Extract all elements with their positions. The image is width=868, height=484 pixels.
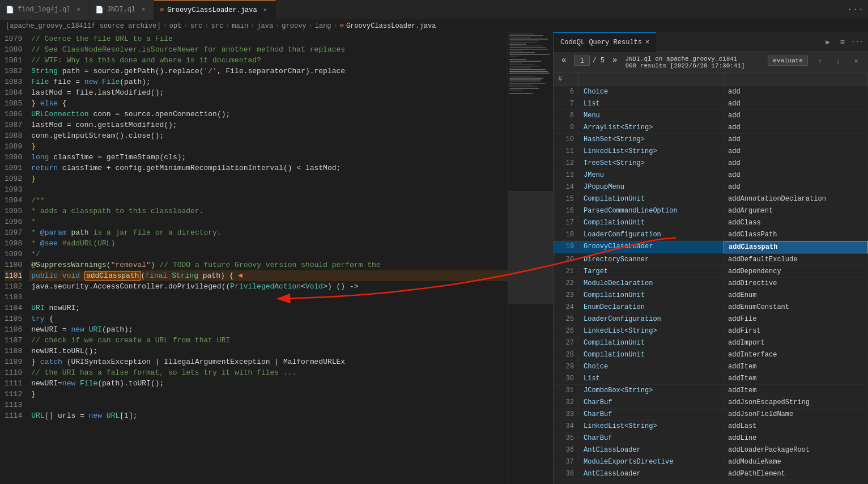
result-row[interactable]: 16ParsedCommandLineOptionaddArgument [554,205,868,217]
code-line-1103 [29,292,508,303]
code-line-1098: * @see #addURL(URL) [29,238,508,249]
tab-bar: 📄 find_log4j.ql × 📄 JNDI.ql × ⊘ GroovyCl… [0,0,868,20]
result-row[interactable]: 31JComboBox<String>addItem [554,385,868,397]
result-row[interactable]: 35CharBufaddLine [554,432,868,444]
result-row[interactable]: 15CompilationUnitaddAnnotationDeclaratio… [554,193,868,205]
result-row[interactable]: 32CharBufaddJsonEscapedString [554,397,868,409]
result-row[interactable]: 24EnumDeclarationaddEnumConstant [554,302,868,313]
tab-label: GroovyClassLoader.java [167,6,257,14]
result-row[interactable]: 37ModuleExportsDirectiveaddModuleName [554,456,868,468]
tab-jndi[interactable]: 📄 JNDI.ql × [90,0,154,20]
query-info-bar: « / 5 » JNDI.ql on apache_groovy_c1841 9… [554,52,868,73]
result-row[interactable]: 38AntClassLoaderaddPathElement [554,468,868,480]
next-page-button[interactable]: » [610,56,619,65]
code-line-1110: // the URI has a false format, so lets t… [29,367,508,378]
result-row[interactable]: 30ListaddItem [554,373,868,385]
code-line-1090: long classTime = getTimeStamp(cls); [29,152,508,163]
code-editor[interactable]: 10791080108110821083 1084108510861087108… [0,32,553,484]
result-row[interactable]: 29ChoiceaddItem [554,361,868,373]
code-line-1109: } catch (URISyntaxException | IllegalArg… [29,356,508,367]
right-panel: CodeQL Query Results × ▶ ⊞ ··· « / 5 » J… [553,32,868,484]
code-line-1105: try { [29,313,508,324]
page-input[interactable] [574,56,590,66]
code-line-1091: return classTime + config.getMinimumReco… [29,163,508,173]
tab-label: CodeQL Query Results [560,39,642,46]
tab-codeql-results[interactable]: CodeQL Query Results × [554,32,656,52]
more-icon[interactable]: ··· [851,36,863,48]
code-line-1086: URLConnection conn = source.openConnecti… [29,109,508,120]
tab-groovy[interactable]: ⊘ GroovyClassLoader.java × [154,0,276,20]
result-row[interactable]: 8Menuadd [554,110,868,122]
result-row[interactable]: 26LinkedList<String>addFirst [554,325,868,337]
code-line-1111: newURI=new File(path).toURI(); [29,378,508,389]
arrow-up-icon[interactable]: ↑ [814,56,826,68]
minimap[interactable] [508,32,553,484]
result-row[interactable]: 22ModuleDeclarationaddDirective [554,278,868,290]
col-num-header: # [554,73,579,86]
result-row[interactable]: 13JMenuadd [554,169,868,181]
code-line-1085: } else { [29,98,508,109]
result-row[interactable]: 14JPopupMenuadd [554,181,868,193]
right-tab-bar: CodeQL Query Results × ▶ ⊞ ··· [554,32,868,52]
code-line-1081: // WTF: Why is this done and where is it… [29,55,508,66]
result-row[interactable]: 23CompilationUnitaddEnum [554,290,868,302]
result-row[interactable]: 12TreeSet<String>add [554,158,868,169]
tab-close-find-log4j[interactable]: × [74,5,83,14]
result-row[interactable]: 33CharBufaddJsonFieldName [554,409,868,421]
code-line-1094: /** [29,195,508,206]
result-row[interactable]: 34LinkedList<String>addLast [554,421,868,432]
tab-close-groovy[interactable]: × [261,6,270,15]
right-tab-actions: ▶ ⊞ ··· [822,36,868,48]
file-icon: 📄 [6,6,14,14]
minimap-viewport[interactable] [508,191,553,304]
tab-close-jndi[interactable]: × [139,5,148,14]
result-row[interactable]: 7Listadd [554,98,868,110]
result-row[interactable]: 21TargetaddDependency [554,266,868,278]
results-table[interactable]: # 6Choiceadd7Listadd8Menuadd9ArrayList<S… [554,73,868,484]
code-line-1080: // See ClassNodeResolver.isSourceNewer f… [29,44,508,55]
split-icon[interactable]: ⊞ [836,36,849,48]
query-detail: JNDI.ql on apache_groovy_c1841 908 resul… [625,56,762,69]
tab-label: find_log4j.ql [18,6,71,14]
first-page-button[interactable]: « [559,56,568,65]
file-icon: 📄 [95,6,104,14]
code-line-1104: URI newURI; [29,303,508,313]
code-line-1089: } [29,141,508,152]
code-line-1102: java.security.AccessController.doPrivile… [29,281,508,292]
result-row[interactable]: 17CompilationUnitaddClass [554,217,868,229]
code-line-1092: } [29,173,508,184]
tab-label: JNDI.ql [107,6,135,14]
code-line-1100: @SuppressWarnings("removal") // TODO a f… [29,260,508,270]
code-line-1096: * [29,216,508,227]
result-row[interactable]: 20DirectoryScanneraddDefaultExclude [554,254,868,266]
result-row[interactable]: 18LoaderConfigurationaddClassPath [554,229,868,241]
close-query-icon[interactable]: × [850,56,862,68]
result-row[interactable]: 28CompilationUnitaddInterface [554,349,868,361]
result-row[interactable]: 9ArrayList<String>add [554,122,868,134]
code-line-1097: * @param path is a jar file or a directo… [29,227,508,238]
run-icon[interactable]: ▶ [822,36,834,48]
close-right-panel[interactable]: × [645,39,649,46]
breadcrumb: [apache_groovy_c18411f source archive] ›… [0,20,868,32]
code-line-1101: public void addClasspath(final String pa… [29,270,508,281]
code-line-1079: // Coerce the file URL to a File [29,33,508,44]
result-row[interactable]: 19GroovyClassLoaderaddClasspath [554,241,868,254]
result-row[interactable]: 27CompilationUnitaddImport [554,337,868,349]
code-content[interactable]: // Coerce the file URL to a File // See … [29,32,508,484]
tab-find-log4j[interactable]: 📄 find_log4j.ql × [0,0,90,20]
code-line-1099: */ [29,249,508,260]
result-row[interactable]: 10HashSet<String>add [554,134,868,146]
code-line-1088: conn.getInputStream().close(); [29,130,508,141]
code-line-1093 [29,184,508,195]
col2-header [724,73,868,86]
col1-header [579,73,724,86]
result-row[interactable]: 6Choiceadd [554,86,868,98]
evaluate-button[interactable]: evaluate [768,56,808,66]
tab-overflow-menu[interactable]: ··· [843,5,868,15]
result-row[interactable]: 11LinkedList<String>add [554,146,868,158]
result-row[interactable]: 36AntClassLoaderaddLoaderPackageRoot [554,444,868,456]
arrow-down-icon[interactable]: ↓ [832,56,844,68]
code-line-1107: // check if we can create a URL from tha… [29,335,508,346]
result-row[interactable]: 25LoaderConfigurationaddFile [554,313,868,325]
error-dot: ⊘ [160,6,164,14]
